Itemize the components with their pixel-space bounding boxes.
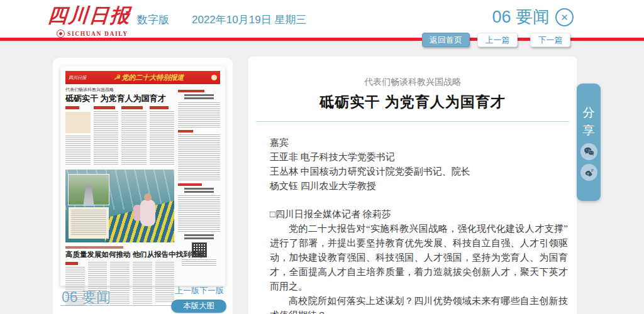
article-byline: □四川日报全媒体记者 徐莉莎: [270, 207, 568, 222]
text-column: [65, 106, 91, 166]
thumbnail-qr-code: [192, 242, 207, 257]
text-column: [94, 106, 119, 166]
next-page-link[interactable]: 下一版: [199, 286, 224, 295]
thumbnail-footer: 06 要闻 上一版下一版 本版大图: [60, 284, 225, 313]
thumbnail-banner-logo: 四川日报: [69, 75, 86, 81]
logo-english-title: SICHUAN DAILY: [67, 31, 128, 37]
banner-seal-icon: [211, 75, 217, 80]
logo-emblem-icon: [57, 30, 65, 38]
sichuan-daily-logo[interactable]: 四川日报 SICHUAN DAILY: [48, 3, 131, 38]
guest-line: 王丛林 中国核动力研究设计院党委副书记、院长: [270, 165, 568, 179]
article-panel: 代表们畅谈科教兴国战略 砥砺实干 为党育人为国育才 嘉宾 王亚非 电子科技大学党…: [248, 57, 577, 314]
next-article-button[interactable]: 下一篇: [530, 33, 570, 47]
issue-date: 2022年10月19日 星期三: [192, 13, 306, 27]
text-column: [150, 106, 175, 166]
guest-line: 王亚非 电子科技大学党委书记: [270, 150, 568, 165]
text-column: [121, 106, 147, 166]
thumbnail-kicker-2: [65, 246, 123, 249]
view-large-page-button[interactable]: 本版大图: [171, 300, 226, 313]
page-thumbnail-panel: 四川日报 ☭ 党的二十大特别报道 代表们畅谈科教兴国战略 砥砺实干 为党育人为国…: [53, 58, 233, 314]
thumbnail-article-kicker: 代表们畅谈科教兴国战略: [65, 87, 174, 93]
article-paragraph: 党的二十大报告对“实施科教兴国战略，强化现代化建设人才支撑”进行了部署，并提出要…: [270, 222, 568, 294]
top-header: 四川日报 SICHUAN DAILY 数字版 2022年10月19日 星期三 0…: [0, 0, 644, 38]
weibo-icon: [584, 167, 594, 178]
newspaper-page-thumbnail[interactable]: 四川日报 ☭ 党的二十大特别报道 代表们畅谈科教兴国战略 砥砺实干 为党育人为国…: [60, 66, 225, 286]
share-label: 分享: [583, 104, 595, 139]
current-page-label: 06 要闻: [492, 6, 550, 28]
current-page-info: 06 要闻 ✕: [492, 6, 574, 28]
logo-chinese-title: 四川日报: [47, 3, 132, 29]
close-icon[interactable]: ✕: [555, 8, 574, 26]
article-paragraph: 高校院所如何落实上述谋划？四川优势领域未来有哪些自主创新技术值得期待？: [270, 294, 568, 314]
share-weibo-button[interactable]: [580, 164, 597, 181]
previous-article-button[interactable]: 上一篇: [477, 33, 518, 47]
share-wechat-button[interactable]: [580, 143, 597, 160]
guest-label: 嘉宾: [270, 136, 568, 150]
guest-line: 杨文钰 四川农业大学教授: [270, 179, 568, 193]
back-home-button[interactable]: 返回首页: [422, 33, 470, 47]
thumbnail-inset-photo: [69, 175, 109, 205]
thumbnail-headline-2: 高质量发展如何推动 他们从报告中找到答案: [65, 250, 174, 259]
article-body: 嘉宾 王亚非 电子科技大学党委书记 王丛林 中国核动力研究设计院党委副书记、院长…: [270, 136, 568, 314]
party-emblem-icon: ☭: [114, 73, 120, 81]
thumbnail-text-columns: [65, 106, 174, 166]
article-title: 砥砺实干 为党育人为国育才: [248, 92, 577, 112]
previous-page-link[interactable]: 上一版: [175, 286, 199, 295]
wechat-icon: [584, 146, 594, 157]
thumbnail-factory-photo: [65, 170, 174, 242]
thumbnail-red-banner: 四川日报 ☭ 党的二十大特别报道: [65, 71, 220, 84]
share-tab[interactable]: 分享: [577, 84, 601, 201]
thumbnail-sidebar-column: [178, 87, 220, 307]
title-divider-line: [256, 121, 569, 122]
thumbnail-headline-1: 砥砺实干 为党育人为国育才: [65, 94, 174, 103]
thumbnail-photo-caption: [69, 207, 109, 239]
digital-edition-link[interactable]: 数字版: [137, 13, 169, 27]
article-kicker: 代表们畅谈科教兴国战略: [248, 77, 577, 88]
thumbnail-banner-title: ☭ 党的二十大特别报道: [86, 73, 211, 82]
footer-page-label: 06 要闻: [62, 288, 111, 307]
